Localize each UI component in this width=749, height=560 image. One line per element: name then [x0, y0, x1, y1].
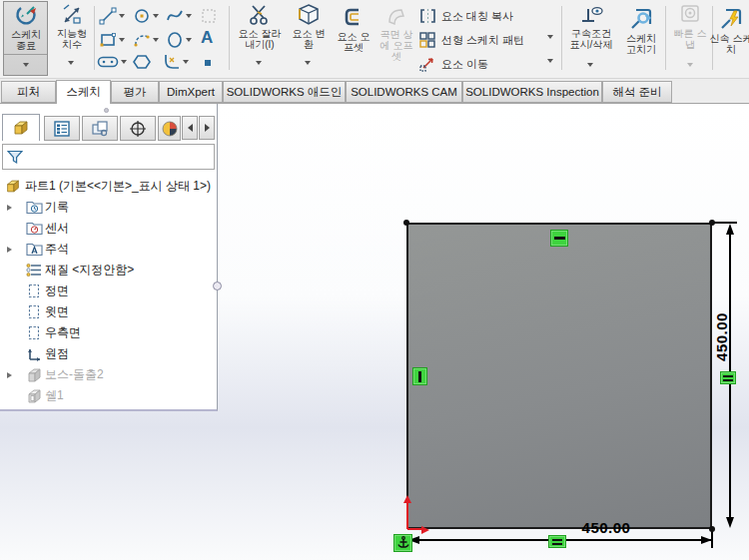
fillet-dropdown[interactable]	[183, 60, 189, 64]
panel-tab-scroll-right[interactable]	[199, 116, 215, 140]
relations-dropdown[interactable]	[587, 63, 593, 67]
equal-relation-marker-bottom[interactable]	[548, 535, 566, 548]
expand-arrow-icon[interactable]	[7, 205, 12, 211]
horizontal-dimension-value[interactable]: 450.00	[573, 519, 639, 536]
tree-item-annotations[interactable]: 주석	[0, 239, 218, 260]
plane-icon	[27, 304, 42, 319]
ellipse-dropdown[interactable]	[186, 38, 192, 42]
tree-item-material[interactable]: 재질 <지정안함>	[0, 260, 218, 280]
configurationmanager-tab[interactable]	[82, 116, 118, 141]
displaymanager-tab[interactable]	[158, 116, 181, 141]
spline-tool-button[interactable]	[166, 7, 192, 25]
relations-button[interactable]: 구속조건 표시/삭제	[565, 3, 617, 50]
fillet-tool-button[interactable]	[163, 53, 189, 71]
intersection-curve-button	[200, 7, 218, 25]
exit-sketch-button[interactable]: 스케치 종료	[3, 1, 48, 76]
tree-item-shell1[interactable]: 쉘1	[0, 385, 218, 406]
sketch-ribbon: 스케치 종료 지능형 치수	[0, 0, 749, 78]
move-entities-button[interactable]: 요소 이동	[419, 53, 488, 75]
fixed-relation-marker[interactable]	[393, 534, 412, 552]
text-tool-button[interactable]: A	[201, 29, 213, 47]
vertical-dimension-value[interactable]: 450.00	[713, 305, 730, 369]
tab-features[interactable]: 피처	[1, 81, 56, 103]
line-icon	[99, 7, 117, 25]
sketch-rectangle-face[interactable]	[406, 223, 712, 529]
trim-entities-button[interactable]: 요소 잘라내기(I)	[236, 3, 284, 50]
mirror-entities-button[interactable]: 요소 대칭 복사	[419, 5, 513, 27]
slot-dropdown[interactable]	[121, 60, 127, 64]
repair-sketch-button[interactable]: 스케치 고치기	[620, 6, 662, 55]
expand-arrow-icon[interactable]	[7, 247, 12, 253]
history-folder-icon	[26, 200, 43, 215]
equal-relation-glyph	[723, 375, 733, 381]
convert-entities-icon	[297, 3, 321, 27]
tree-root-part[interactable]: 파트1 (기본<<기본>_표시 상태 1>)	[0, 176, 218, 197]
featuremanager-tab[interactable]	[2, 114, 40, 141]
tree-item-right-plane[interactable]: 우측면	[0, 322, 218, 343]
surface-offset-button: 곡면 상에 오프셋	[375, 6, 417, 62]
rectangle-tool-button[interactable]	[99, 31, 125, 49]
horizontal-relation-marker[interactable]	[550, 230, 568, 247]
tab-analysis-prep[interactable]: 해석 준비	[602, 81, 672, 103]
offset-entities-label: 요소 오프셋	[333, 31, 374, 53]
arc-tool-button[interactable]	[133, 31, 159, 49]
tree-item-top-plane[interactable]: 윗면	[0, 301, 218, 322]
convert-entities-button[interactable]: 요소 변환	[289, 3, 329, 50]
origin-x-axis	[407, 528, 421, 530]
repair-sketch-icon	[628, 6, 654, 32]
tab-sw-addins[interactable]: SOLIDWORKS 애드인	[223, 81, 346, 103]
vertex-top-right[interactable]	[709, 220, 715, 226]
vertex-bottom-right[interactable]	[709, 526, 715, 532]
tree-item-boss-extrude2[interactable]: 보스-돌출2	[0, 364, 218, 385]
panel-collapse-handle[interactable]	[213, 281, 222, 290]
tree-item-history[interactable]: 기록	[0, 197, 218, 218]
rapid-sketch-button[interactable]: 신속 스케치	[713, 6, 749, 55]
convert-entities-dropdown[interactable]	[305, 61, 311, 65]
ellipse-tool-button[interactable]	[166, 31, 192, 49]
arc-dropdown[interactable]	[153, 38, 159, 42]
vertical-relation-marker[interactable]	[412, 367, 427, 385]
move-entities-dropdown[interactable]	[547, 59, 553, 63]
trim-entities-label: 요소 잘라내기(I)	[236, 28, 284, 50]
panel-tab-scroll-left[interactable]	[182, 116, 198, 140]
quick-snaps-button: 빠른 스냅	[670, 3, 710, 50]
tree-item-label: 원점	[45, 345, 69, 362]
tab-dimxpert[interactable]: DimXpert	[159, 81, 223, 103]
circle-dropdown[interactable]	[153, 14, 159, 18]
smart-dimension-dropdown[interactable]	[68, 61, 74, 65]
linear-pattern-button[interactable]: 선형 스케치 패턴	[419, 29, 524, 51]
vertex-top-left[interactable]	[403, 220, 409, 226]
spline-dropdown[interactable]	[186, 14, 192, 18]
line-dropdown[interactable]	[119, 14, 125, 18]
dimxpertmanager-tab[interactable]	[120, 116, 156, 141]
tab-sw-cam[interactable]: SOLIDWORKS CAM	[346, 81, 462, 103]
linear-pattern-dropdown[interactable]	[547, 35, 553, 39]
tree-filter-box[interactable]	[2, 144, 215, 170]
commandmanager-tabs: 피처 스케치 평가 DimXpert SOLIDWORKS 애드인 SOLIDW…	[0, 78, 749, 104]
circle-tool-button[interactable]	[133, 7, 159, 25]
rectangle-dropdown[interactable]	[119, 38, 125, 42]
smart-dimension-button[interactable]: 지능형 치수	[52, 3, 92, 50]
point-tool-button[interactable]	[203, 58, 213, 68]
vertical-relation-glyph	[418, 371, 421, 382]
propertymanager-tab[interactable]	[44, 116, 80, 141]
part-icon	[11, 119, 31, 137]
tree-item-origin[interactable]: 원점	[0, 343, 218, 364]
expand-arrow-icon[interactable]	[7, 372, 12, 378]
tab-evaluate[interactable]: 평가	[111, 81, 159, 103]
arrowhead-up	[726, 224, 734, 235]
tree-item-sensors[interactable]: 센서	[0, 218, 218, 239]
tree-item-front-plane[interactable]: 정면	[0, 280, 218, 301]
display-sphere-icon	[161, 120, 179, 138]
anchor-icon	[396, 536, 410, 550]
trim-entities-dropdown[interactable]	[256, 61, 262, 65]
polygon-tool-button[interactable]	[133, 53, 151, 71]
exit-sketch-dropdown[interactable]	[23, 63, 29, 67]
offset-entities-button[interactable]: 요소 오프셋	[333, 6, 374, 53]
tab-sketch[interactable]: 스케치	[56, 80, 111, 105]
tab-sw-inspection[interactable]: SOLIDWORKS Inspection	[462, 81, 602, 103]
line-tool-button[interactable]	[99, 7, 125, 25]
equal-relation-marker-right[interactable]	[720, 371, 736, 384]
panel-grip[interactable]	[104, 108, 109, 113]
slot-tool-button[interactable]	[97, 55, 127, 69]
